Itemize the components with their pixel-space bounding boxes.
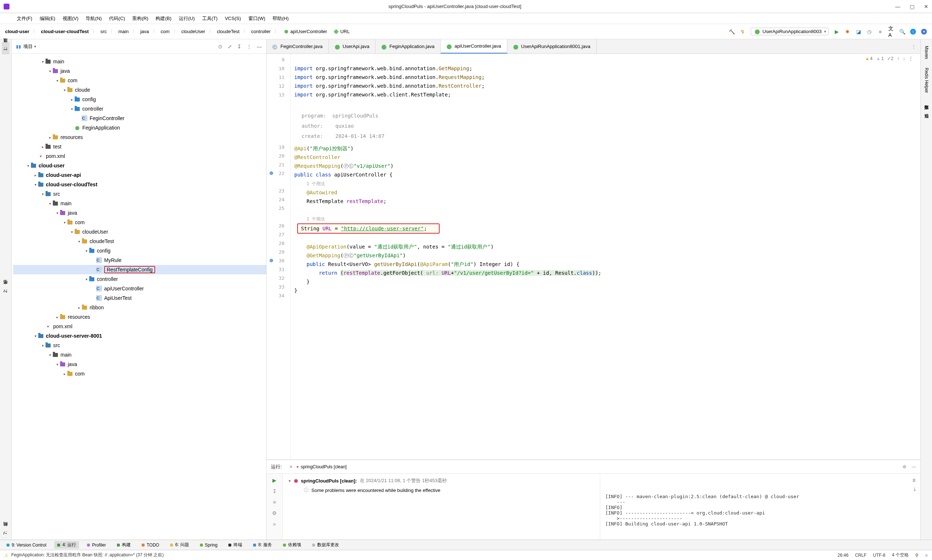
tree-expand-icon[interactable]: ▸	[40, 145, 45, 149]
gutter-line[interactable]	[267, 108, 290, 117]
gutter-line[interactable]: 26	[267, 221, 290, 230]
gutter-line[interactable]: 19	[267, 143, 290, 151]
run-console[interactable]: ≣ ⤓ [INFO] --- maven-clean-plugin:2.5:cl…	[600, 474, 920, 540]
tree-row[interactable]: ▾com	[13, 218, 266, 227]
stop-icon[interactable]: ■	[877, 29, 883, 35]
gutter-run-icon[interactable]	[270, 259, 273, 262]
tree-expand-icon[interactable]: ▾	[40, 60, 45, 64]
avatar-icon[interactable]: •	[921, 29, 927, 35]
tree-row[interactable]: ▾pom.xml	[13, 322, 266, 331]
breadcrumb-item[interactable]: main	[118, 29, 128, 34]
window-close-icon[interactable]: ✕	[924, 4, 928, 9]
tree-expand-icon[interactable]: ▾	[47, 353, 52, 357]
bottom-tab[interactable]: 8: 服务	[250, 541, 275, 549]
bottom-tab[interactable]: 数据库更改	[309, 541, 342, 549]
tree-expand-icon[interactable]: ▾	[84, 249, 89, 253]
gutter-line[interactable]	[267, 178, 290, 186]
breadcrumb-item[interactable]: controller	[251, 29, 271, 34]
breadcrumb-file[interactable]: apiUserController	[282, 28, 329, 35]
code-area[interactable]: import org.springframework.web.bind.anno…	[291, 54, 920, 460]
editor-tab[interactable]: ⬤UserApiRunApplication8001.java	[507, 39, 597, 54]
tree-expand-icon[interactable]: ▾	[69, 230, 74, 234]
gutter-line[interactable]: 31	[267, 265, 290, 274]
gutter-line[interactable]	[267, 99, 290, 108]
bottom-tab[interactable]: Profiler	[84, 542, 109, 548]
run-icon[interactable]: ▶	[834, 29, 839, 35]
tree-row[interactable]: ▸resources	[13, 312, 266, 322]
weak-warning-icon[interactable]: 1	[876, 56, 884, 61]
tree-row[interactable]: CApiUserTest	[13, 293, 266, 303]
file-encoding[interactable]: UTF-8	[873, 553, 886, 558]
tree-expand-icon[interactable]: ▾	[40, 192, 45, 196]
tree-row[interactable]: ▾main	[13, 57, 266, 66]
translate-icon[interactable]: 文A	[888, 29, 894, 35]
tree-expand-icon[interactable]: ▾	[55, 211, 60, 215]
gutter-line[interactable]: 21	[267, 160, 290, 169]
editor-tab[interactable]: ⬤apiUserController.java	[441, 39, 507, 54]
debug-icon[interactable]: ✸	[845, 29, 850, 35]
tree-row[interactable]: ▾java	[13, 360, 266, 369]
tree-row[interactable]: CapiUserController	[13, 284, 266, 293]
gutter-line[interactable]: 13	[267, 90, 290, 99]
tree-expand-icon[interactable]: ▸	[69, 97, 74, 102]
bottom-tab[interactable]: TODO	[139, 542, 162, 548]
tree-row[interactable]: ▾controller	[13, 274, 266, 284]
settings-icon[interactable]: ⚙	[272, 510, 277, 516]
left-rail-tab[interactable]: 1: 项目	[2, 42, 9, 54]
tree-expand-icon[interactable]: ▾	[33, 183, 38, 187]
tree-expand-icon[interactable]: ▾	[47, 69, 52, 73]
tree-expand-icon[interactable]: ▾	[62, 220, 67, 225]
editor-tab[interactable]: ⬤UserApi.java	[329, 39, 376, 54]
tree-expand-icon[interactable]: ▾	[40, 343, 45, 348]
stop-icon[interactable]: ↧	[272, 488, 277, 494]
typo-icon[interactable]: ✓2	[887, 56, 893, 61]
menu-item[interactable]: 文件(F)	[17, 15, 32, 22]
editor-tab[interactable]: ⒸFeginController.java	[267, 39, 329, 54]
indent-setting[interactable]: 4 个空格	[892, 552, 909, 558]
gutter-line[interactable]: 27	[267, 230, 290, 239]
window-maximize-icon[interactable]: ▢	[910, 4, 915, 9]
tree-row[interactable]: CFeginController	[13, 114, 266, 123]
tree-row[interactable]: ▾java	[13, 66, 266, 76]
run-messages[interactable]: ▾ ⬢ springCloudPuls [clean]: 在 2024/1/21…	[282, 474, 600, 540]
gutter-line[interactable]: 28	[267, 239, 290, 248]
code-editor[interactable]: 9101112131920212223242526272829303132333…	[267, 54, 920, 460]
tree-row[interactable]: ▾cloude	[13, 85, 266, 95]
build-icon[interactable]: 🔨	[729, 29, 734, 35]
ide-update-icon[interactable]: ↑	[910, 29, 916, 35]
bottom-tab[interactable]: 构建	[114, 541, 134, 549]
menu-item[interactable]: VCS(S)	[225, 15, 241, 21]
gutter-line[interactable]: 24	[267, 195, 290, 204]
tree-row[interactable]: ▸test	[13, 142, 266, 151]
pin-icon[interactable]: »	[273, 521, 276, 527]
right-rail-tab[interactable]: 数据库	[923, 98, 930, 105]
tree-row[interactable]: CMyRule	[13, 255, 266, 265]
tree-row[interactable]: ▾cloud-user	[13, 161, 266, 170]
menu-item[interactable]: 窗口(W)	[248, 15, 265, 22]
gutter-line[interactable]	[267, 134, 290, 143]
breadcrumb-item[interactable]: com	[160, 29, 170, 34]
tree-expand-icon[interactable]: ▾	[77, 239, 82, 243]
tab-more-icon[interactable]: ⋮	[907, 39, 920, 54]
tree-expand-icon[interactable]: ▸	[77, 306, 82, 310]
inspection-widget[interactable]: 4 1 ✓2 ↑ ↓ ⋮	[865, 56, 913, 61]
breadcrumb-url-pill[interactable]: URL	[332, 28, 352, 35]
close-tab-icon[interactable]: ✕	[289, 464, 293, 469]
right-rail-tab[interactable]: 通知	[923, 107, 930, 114]
line-separator[interactable]: CRLF	[855, 553, 866, 558]
editor-tab[interactable]: ⬤FeginApplication.java	[375, 39, 441, 54]
gutter-line[interactable]: 11	[267, 73, 290, 82]
menu-item[interactable]: 帮助(H)	[272, 15, 289, 22]
tree-expand-icon[interactable]: ▾	[69, 107, 74, 111]
locate-icon[interactable]: ⊙	[218, 44, 222, 49]
bottom-tab[interactable]: 9: Version Control	[4, 542, 49, 548]
tree-row[interactable]: ▾cloudeTest	[13, 237, 266, 246]
tree-row[interactable]: ▾com	[13, 76, 266, 85]
tree-row[interactable]: ▸cloud-user-api	[13, 170, 266, 180]
project-tree[interactable]: ▾main▾java▾com▾cloude▸config▾controllerC…	[12, 54, 266, 540]
status-message[interactable]: FeginApplication: 无法检查应用程序 Bean 快照: // :…	[11, 552, 164, 558]
coverage-icon[interactable]: ◪	[855, 29, 861, 35]
tree-expand-icon[interactable]: ▾	[47, 202, 52, 206]
tree-row[interactable]: ▾pom.xml	[13, 151, 266, 161]
breadcrumb-item[interactable]: src	[100, 29, 107, 34]
